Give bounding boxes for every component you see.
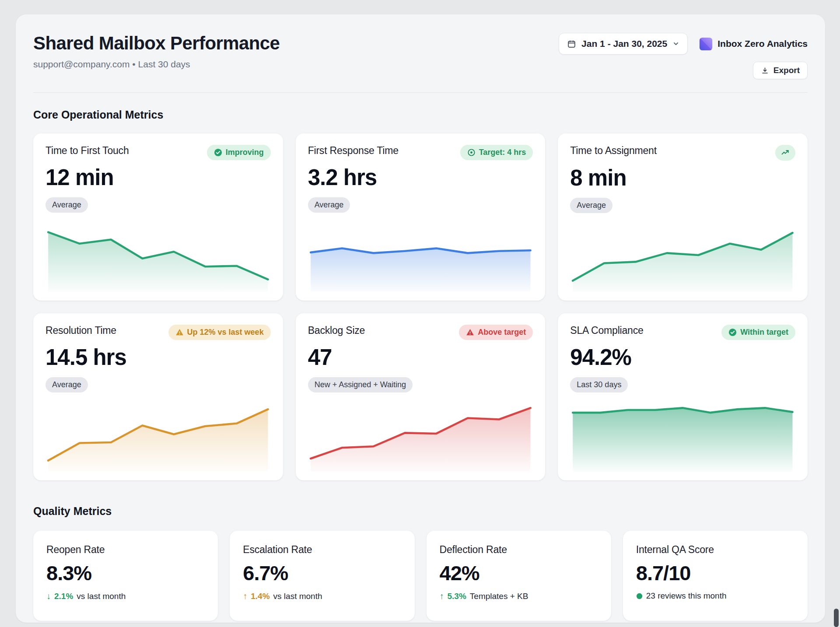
status-badge-label: Within target (740, 328, 788, 337)
metric-value: 14.5 hrs (46, 344, 271, 370)
delta-caption: vs last month (273, 592, 322, 601)
status-badge (775, 145, 795, 161)
metric-value: 6.7% (243, 561, 401, 585)
date-range-picker[interactable]: Jan 1 - Jan 30, 2025 (559, 33, 688, 55)
delta-caption: Templates + KB (470, 592, 528, 601)
sparkline-chart (570, 218, 795, 292)
header-titles: Shared Mailbox Performance support@compa… (33, 33, 280, 70)
date-range-label: Jan 1 - Jan 30, 2025 (581, 39, 667, 49)
metric-title: Deflection Rate (440, 544, 598, 556)
status-badge: Improving (207, 145, 271, 160)
delta-value: 1.4% (251, 592, 270, 601)
metric-context-chip: Average (570, 198, 612, 213)
core-metrics-section: Core Operational Metrics Time to First T… (33, 109, 808, 480)
status-badge: Target: 4 hrs (460, 145, 533, 160)
arrow-up-icon: ↑ (243, 591, 247, 601)
metric-card-backlog-size: Backlog Size Above target 47 New + Assig… (296, 313, 546, 480)
metric-delta: ↑ 5.3% Templates + KB (440, 591, 598, 601)
metric-context-chip: Average (46, 197, 88, 213)
status-badge: Within target (721, 325, 795, 340)
metric-card-first-response-time: First Response Time Target: 4 hrs 3.2 hr… (296, 133, 546, 301)
metric-card-time-to-first-touch: Time to First Touch Improving 12 min Ave… (33, 133, 283, 301)
metric-title: Resolution Time (46, 325, 116, 336)
card-top: SLA Compliance Within target (570, 325, 795, 340)
metric-title: First Response Time (308, 145, 399, 157)
metric-context-chip: Average (46, 377, 88, 392)
dot-icon (636, 593, 643, 599)
metric-title: Reopen Rate (46, 544, 205, 556)
arrow-down-icon: ↓ (46, 591, 51, 601)
status-badge-label: Up 12% vs last week (187, 328, 264, 337)
sparkline-chart (308, 398, 533, 472)
delta-value: 2.1% (54, 592, 73, 601)
metric-value: 12 min (46, 165, 271, 190)
page-subtitle: support@company.com • Last 30 days (33, 59, 280, 70)
sparkline-chart (46, 218, 271, 292)
quality-card-deflection-rate: Deflection Rate 42% ↑ 5.3% Templates + K… (427, 531, 611, 621)
calendar-icon (567, 39, 576, 49)
metric-value: 47 (308, 344, 533, 370)
header-controls-row: Jan 1 - Jan 30, 2025 Inbox Zero Analytic… (559, 33, 808, 55)
quality-card-internal-qa-score: Internal QA Score 8.7/10 23 reviews this… (623, 531, 808, 621)
core-metrics-heading: Core Operational Metrics (33, 109, 808, 121)
metric-title: Time to Assignment (570, 145, 657, 157)
metric-context-chip: Last 30 days (570, 377, 628, 392)
metric-card-time-to-assignment: Time to Assignment 8 min Average (558, 133, 808, 301)
metric-card-resolution-time: Resolution Time Up 12% vs last week 14.5… (33, 313, 283, 480)
target-icon (467, 148, 476, 157)
metric-context-chip: New + Assigned + Waiting (308, 377, 413, 392)
header: Shared Mailbox Performance support@compa… (33, 14, 808, 93)
quality-metrics-heading: Quality Metrics (33, 505, 808, 518)
header-controls: Jan 1 - Jan 30, 2025 Inbox Zero Analytic… (559, 33, 808, 79)
inbox-logo-icon (699, 37, 713, 51)
metric-value: 8.3% (46, 561, 205, 585)
metric-title: Internal QA Score (636, 544, 794, 556)
warning-amber-icon (175, 328, 184, 336)
warning-red-icon (466, 328, 474, 336)
metric-card-sla-compliance: SLA Compliance Within target 94.2% Last … (558, 313, 808, 480)
quality-metrics-section: Quality Metrics Reopen Rate 8.3% ↓ 2.1% … (33, 505, 808, 621)
metric-value: 42% (440, 561, 598, 585)
delta-value: 5.3% (448, 592, 466, 601)
core-metrics-grid: Time to First Touch Improving 12 min Ave… (33, 133, 808, 480)
brand-name: Inbox Zero Analytics (718, 39, 808, 49)
brand: Inbox Zero Analytics (699, 37, 808, 51)
metric-title: Escalation Rate (243, 544, 401, 556)
delta-caption: vs last month (77, 592, 126, 601)
card-top: Resolution Time Up 12% vs last week (46, 325, 271, 340)
status-badge: Up 12% vs last week (168, 325, 271, 340)
metric-value: 8 min (570, 165, 795, 191)
card-top: First Response Time Target: 4 hrs (308, 145, 533, 160)
metric-context-chip: Average (308, 197, 350, 213)
delta-caption: 23 reviews this month (646, 591, 727, 601)
chevron-down-icon (672, 40, 679, 47)
metric-value: 94.2% (570, 344, 795, 370)
status-badge-label: Target: 4 hrs (479, 148, 526, 157)
export-button[interactable]: Export (753, 62, 808, 79)
card-top: Backlog Size Above target (308, 325, 533, 340)
metric-value: 3.2 hrs (308, 165, 533, 190)
card-top: Time to Assignment (570, 145, 795, 161)
arrow-up-icon: ↑ (440, 591, 444, 601)
metric-title: Time to First Touch (46, 145, 129, 157)
status-badge-label: Improving (226, 148, 264, 157)
quality-metrics-grid: Reopen Rate 8.3% ↓ 2.1% vs last month Es… (33, 531, 808, 621)
scrollbar-thumb[interactable] (834, 609, 839, 627)
metric-value: 8.7/10 (636, 561, 794, 585)
dashboard-panel: Shared Mailbox Performance support@compa… (16, 14, 825, 623)
check-circle-icon (728, 328, 737, 336)
check-circle-icon (214, 148, 222, 157)
export-button-label: Export (774, 66, 800, 75)
card-top: Time to First Touch Improving (46, 145, 271, 160)
metric-title: Backlog Size (308, 325, 365, 336)
download-icon (761, 67, 769, 75)
page-title: Shared Mailbox Performance (33, 33, 280, 54)
metric-title: SLA Compliance (570, 325, 643, 336)
quality-card-reopen-rate: Reopen Rate 8.3% ↓ 2.1% vs last month (33, 531, 218, 621)
sparkline-chart (46, 398, 271, 472)
status-badge-label: Above target (478, 328, 526, 337)
sparkline-chart (308, 218, 533, 292)
quality-card-escalation-rate: Escalation Rate 6.7% ↑ 1.4% vs last mont… (230, 531, 414, 621)
metric-delta: ↓ 2.1% vs last month (46, 591, 205, 601)
sparkline-chart (570, 398, 795, 472)
